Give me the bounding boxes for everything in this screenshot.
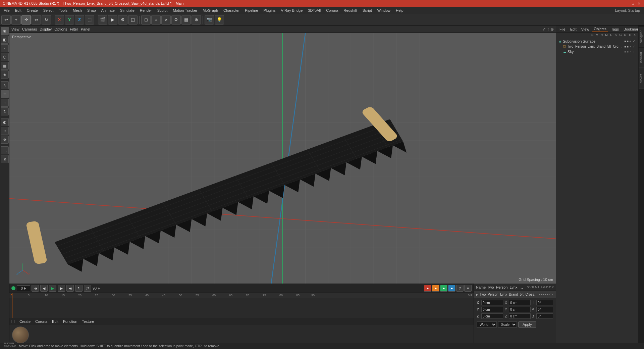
selected-object-row[interactable]: ▶ Two_Person_Lynx_Brand_5ft_Crosscut_Saw… <box>474 291 556 298</box>
record-indicator[interactable] <box>11 286 15 290</box>
cube-btn[interactable]: ◻ <box>141 15 151 24</box>
mat-tab-create[interactable]: Create <box>18 319 32 324</box>
obj-tab-tags[interactable]: Tags <box>610 27 620 32</box>
vp-nav-filter[interactable]: Filter <box>70 27 78 31</box>
menu-sculpt[interactable]: Sculpt <box>155 8 170 13</box>
coord-h-val[interactable] <box>536 300 553 305</box>
next-frame-btn[interactable]: ▶ <box>58 285 65 292</box>
menu-file[interactable]: File <box>1 8 12 13</box>
viewport-canvas[interactable]: Perspective Grid Spacing : 10 cm X Y Z <box>9 33 556 284</box>
ctrl-check1[interactable]: ✓ <box>629 40 632 43</box>
rx-btn[interactable]: X <box>55 15 64 24</box>
coord-z-size[interactable] <box>509 313 531 319</box>
saw-ctrl-check1[interactable]: ✓ <box>629 45 632 48</box>
render-to-picture-btn[interactable]: 🎬 <box>98 15 107 24</box>
mat-tab-corona[interactable]: Corona <box>34 319 49 324</box>
saw-ctrl-check2[interactable]: ✓ <box>633 45 635 48</box>
coord-p-val[interactable] <box>536 307 553 312</box>
vp-icon-options[interactable]: ⊕ <box>550 27 554 32</box>
current-frame-input[interactable] <box>17 285 30 291</box>
obj-tab-file[interactable]: File <box>558 27 567 32</box>
move-btn[interactable]: ✛ <box>1 90 9 98</box>
timeline-ruler[interactable]: 0 5 10 15 20 25 30 35 40 45 50 <box>9 293 474 298</box>
frs-tab-layers[interactable]: Layers <box>639 68 644 89</box>
mat-tab-texture[interactable]: Texture <box>80 319 95 324</box>
scale-btn[interactable]: ↔ <box>1 99 9 107</box>
camera-btn[interactable]: 📷 <box>205 15 214 24</box>
object-axis-btn[interactable]: ⬚ <box>85 15 94 24</box>
mode-polys-btn[interactable]: ▦ <box>1 62 9 70</box>
vp-icon-maximize[interactable]: ↕ <box>547 27 549 32</box>
mode-edges-btn[interactable]: ⬡ <box>1 53 9 61</box>
ping-pong-btn[interactable]: ⇄ <box>84 285 91 292</box>
menu-motion-tracker[interactable]: Motion Tracker <box>170 8 200 13</box>
menu-render[interactable]: Render <box>138 8 154 13</box>
light-btn[interactable]: 💡 <box>215 15 224 24</box>
null-btn[interactable]: ⊕ <box>192 15 201 24</box>
magnet-btn[interactable]: ⊕ <box>1 127 9 135</box>
material-ball[interactable] <box>12 327 29 343</box>
frs-tab-attributes[interactable]: Attributes <box>639 27 644 47</box>
menu-animate[interactable]: Animate <box>99 8 117 13</box>
panel-toggle[interactable] <box>11 320 15 323</box>
ctrl-1[interactable]: ■ <box>624 40 626 43</box>
saw-ctrl-2[interactable]: ■ <box>627 45 629 48</box>
render-settings-btn[interactable]: ⚙ <box>118 15 127 24</box>
ctrl-check2[interactable]: ✓ <box>633 40 635 43</box>
undo-btn[interactable]: ↩ <box>1 15 11 24</box>
saw-ctrl-1[interactable]: ■ <box>624 45 626 48</box>
sky-ctrl-1[interactable]: ■ <box>624 50 626 53</box>
sky-ctrl-check1[interactable]: ✓ <box>629 50 632 53</box>
vp-nav-panel[interactable]: Panel <box>81 27 90 31</box>
ctrl-2[interactable]: ■ <box>627 40 629 43</box>
menu-create[interactable]: Create <box>24 8 40 13</box>
menu-vray[interactable]: V-Ray Bridge <box>279 8 305 13</box>
render-active-btn[interactable]: ▶ <box>108 15 117 24</box>
mode-points-btn[interactable]: · <box>1 44 9 52</box>
coord-y-size[interactable] <box>509 307 531 312</box>
timeline-track[interactable] <box>9 298 474 318</box>
obj-tab-objects[interactable]: Objects <box>592 26 607 32</box>
kf-question-btn[interactable]: ? <box>456 285 464 292</box>
coord-y-pos[interactable] <box>481 307 503 312</box>
apply-coords-btn[interactable]: Apply <box>518 321 536 328</box>
scale-tool-btn[interactable]: ⇔ <box>32 15 41 24</box>
menu-character[interactable]: Character <box>221 8 242 13</box>
menu-window[interactable]: Window <box>375 8 393 13</box>
vp-icon-expand[interactable]: ⤢ <box>542 27 546 32</box>
minimize-btn[interactable]: – <box>625 1 629 6</box>
mode-texture-btn[interactable]: ◧ <box>1 36 9 44</box>
frs-tab-browser[interactable]: Browser <box>639 48 644 68</box>
move-tool-btn[interactable]: ✛ <box>21 15 31 24</box>
menu-snap[interactable]: Snap <box>85 8 98 13</box>
cylinder-btn[interactable]: ⌀ <box>161 15 171 24</box>
close-btn[interactable]: ✕ <box>637 1 641 6</box>
menu-corona[interactable]: Corona <box>324 8 340 13</box>
go-to-start-btn[interactable]: ⏮ <box>32 285 39 292</box>
menu-simulate[interactable]: Simulate <box>118 8 137 13</box>
menu-mesh[interactable]: Mesh <box>70 8 84 13</box>
menu-redshift[interactable]: Redshift <box>341 8 359 13</box>
selection-tool-btn[interactable]: ↖ <box>1 81 9 89</box>
list-item[interactable]: ◈ Subdivision Surface ■ ■ ✓ ✓ <box>557 39 637 44</box>
coord-b-val[interactable] <box>536 313 553 319</box>
menu-script[interactable]: Script <box>360 8 374 13</box>
grid-btn[interactable]: ▦ <box>181 15 191 24</box>
ry-btn[interactable]: Y <box>65 15 74 24</box>
coord-x-size[interactable] <box>509 300 531 305</box>
scale-dropdown[interactable]: Scale Size <box>498 321 517 328</box>
kf-record-btn[interactable]: ● <box>424 285 431 292</box>
edit-render-btn[interactable]: ◱ <box>128 15 138 24</box>
sculpt-btn[interactable]: ✥ <box>1 136 9 144</box>
coord-x-pos[interactable] <box>481 300 503 305</box>
new-object-btn[interactable]: + <box>11 15 21 24</box>
menu-plugins[interactable]: Plugins <box>261 8 278 13</box>
menu-3dtoall[interactable]: 3DToAll <box>306 8 323 13</box>
vp-nav-options[interactable]: Options <box>54 27 67 31</box>
menu-select[interactable]: Select <box>41 8 56 13</box>
world-space-dropdown[interactable]: World Object Parent <box>477 321 497 328</box>
sphere-btn[interactable]: ○ <box>151 15 161 24</box>
rotate-btn[interactable]: ↻ <box>1 107 9 115</box>
kf-extra-btn[interactable]: ≡ <box>464 285 472 292</box>
play-btn[interactable]: ▶ <box>49 285 56 292</box>
